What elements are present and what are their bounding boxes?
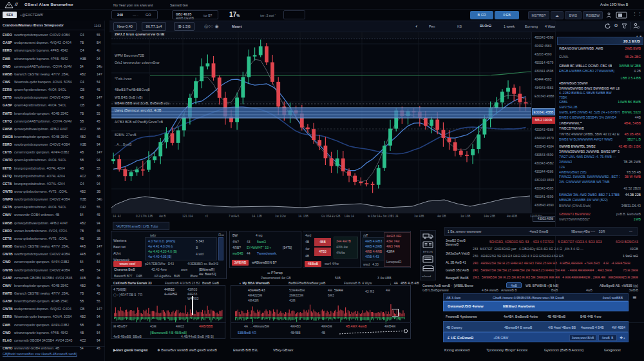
svg-text:wJward: wJward [422, 275, 431, 278]
svg-text:EPSON: EPSON [423, 250, 433, 253]
